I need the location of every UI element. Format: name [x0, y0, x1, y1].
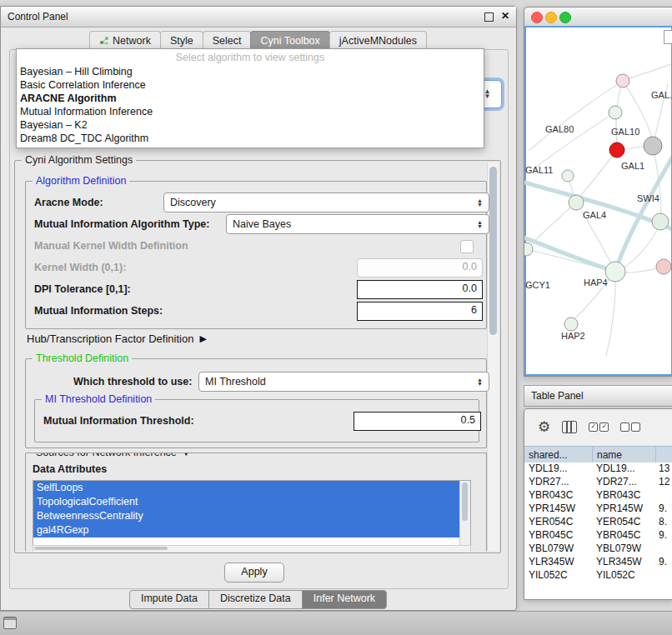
network-node[interactable]: [609, 142, 624, 158]
tab-style[interactable]: Style: [160, 31, 203, 50]
zoom-traffic-icon[interactable]: [559, 12, 571, 23]
network-window-titlebar[interactable]: [524, 8, 672, 27]
network-node[interactable]: [564, 318, 578, 331]
data-attributes-list[interactable]: SelfLoopsTopologicalCoefficientBetweenne…: [33, 480, 471, 547]
network-edge: [623, 64, 671, 81]
deselect-all-checks-icon[interactable]: [620, 422, 640, 432]
network-node[interactable]: [562, 170, 574, 182]
tab-cyni-toolbox[interactable]: Cyni Toolbox: [250, 31, 329, 50]
control-panel-window: Control Panel ✕ NetworkStyleSelectCyni T…: [0, 6, 517, 611]
minimized-panel-icon[interactable]: [3, 617, 17, 629]
table-row[interactable]: YBL079WYBL079W: [524, 542, 672, 556]
table-row[interactable]: YDL19...YDL19...13: [524, 462, 672, 476]
table-cell: 9.: [654, 502, 672, 516]
table-row[interactable]: YBR045CYBR045C9.: [524, 529, 672, 542]
table-cell: YPR145W: [592, 502, 654, 516]
list-item-betweennesscentrality[interactable]: BetweennessCentrality: [33, 509, 460, 523]
table-row[interactable]: YIL052CYIL052C: [524, 569, 672, 582]
bottom-tab-discretize-data[interactable]: Discretize Data: [208, 590, 303, 609]
table-header-row[interactable]: shared...name: [524, 446, 672, 464]
table-cell: [654, 542, 672, 556]
network-canvas[interactable]: GAL...GAL80GAL10GAL11GAL1SWI4GAL4GCY1HAP…: [524, 26, 672, 376]
table-row[interactable]: YLR345WYLR345W9.: [524, 556, 672, 569]
hub-definition-toggle[interactable]: Hub/Transcription Factor Definition ▶: [27, 332, 207, 345]
mi-threshold-group-title: MI Threshold Definition: [42, 393, 155, 405]
tab-network[interactable]: Network: [89, 31, 161, 50]
node-label-gal1: GAL1: [621, 161, 644, 171]
column-header-name[interactable]: name: [593, 447, 656, 463]
aracne-mode-value: Discovery: [170, 197, 216, 208]
dpi-tolerance-label: DPI Tolerance [0,1]:: [34, 283, 131, 295]
node-label-gal11: GAL11: [525, 165, 553, 175]
network-node[interactable]: [605, 262, 625, 282]
manual-kernel-row: Manual Kernel Width Definition: [26, 237, 486, 255]
kernel-width-row: Kernel Width (0,1): 0.0: [26, 258, 486, 277]
expand-right-icon: ▶: [199, 333, 206, 344]
table-row[interactable]: YDR27...YDR27...12: [524, 476, 672, 489]
tab-jactivemnodules[interactable]: jActiveMNodules: [329, 31, 427, 50]
network-node[interactable]: [569, 195, 584, 210]
list-scrollbar-thumb[interactable]: [462, 482, 468, 521]
algorithm-option-basic-correlation-inference[interactable]: Basic Correlation Inference: [17, 78, 484, 92]
tab-label: Network: [113, 35, 151, 47]
table-toolbar: ⚙ ✓ ✓: [524, 409, 672, 444]
list-scrollbar[interactable]: [459, 481, 470, 546]
network-node[interactable]: [644, 137, 662, 155]
table-cell: YLR345W: [592, 556, 654, 569]
list-item-topologicalcoefficient[interactable]: TopologicalCoefficient: [33, 495, 460, 509]
kernel-width-field[interactable]: 0.0: [357, 258, 483, 278]
list-item-gal4rgexp[interactable]: gal4RGexp: [33, 523, 460, 538]
combo-arrows-icon: ▲▼: [477, 378, 483, 386]
algorithm-option-bayesian-hill-climbing[interactable]: Bayesian – Hill Climbing: [17, 65, 484, 78]
mi-threshold-field[interactable]: 0.5: [354, 412, 481, 431]
table-cell: YBR045C: [524, 529, 592, 542]
algorithm-option-bayesian-k2[interactable]: Bayesian – K2: [17, 118, 484, 132]
float-window-icon[interactable]: [484, 12, 494, 22]
algorithm-option-aracne-algorithm[interactable]: ARACNE Algorithm: [17, 92, 484, 105]
columns-icon[interactable]: [562, 421, 577, 433]
list-hscrollbar[interactable]: [33, 545, 471, 552]
mi-type-select[interactable]: Naive Bayes ▲▼: [226, 214, 489, 234]
column-header-2[interactable]: [656, 447, 672, 463]
aracne-mode-select[interactable]: Discovery ▲▼: [163, 192, 489, 212]
table-panel-title: Table Panel: [524, 390, 584, 402]
node-label-gal4: GAL4: [583, 210, 606, 220]
control-panel-titlebar[interactable]: Control Panel ✕: [1, 7, 516, 28]
table-cell: 9.: [654, 529, 672, 542]
manual-kernel-checkbox[interactable]: [460, 240, 474, 253]
table-row[interactable]: YPR145WYPR145W9.: [524, 502, 672, 516]
close-icon[interactable]: ✕: [501, 10, 509, 22]
table-cell: YBR043C: [524, 489, 592, 502]
mi-steps-field[interactable]: 6: [357, 302, 483, 321]
which-threshold-select[interactable]: MI Threshold ▲▼: [198, 372, 489, 392]
tab-select[interactable]: Select: [203, 31, 252, 50]
list-hscrollbar-thumb[interactable]: [34, 547, 168, 550]
algorithm-option-dream8-dc-tdc-algorithm[interactable]: Dream8 DC_TDC Algorithm: [17, 132, 484, 145]
close-traffic-icon[interactable]: [531, 12, 543, 23]
network-node[interactable]: [609, 106, 622, 119]
table-panel-header[interactable]: Table Panel: [524, 385, 672, 407]
control-panel-title: Control Panel: [1, 11, 68, 22]
apply-button[interactable]: Apply: [224, 562, 284, 582]
sources-group-title-row[interactable]: Sources for Network Inference ▼: [33, 452, 194, 458]
node-label-gal80: GAL80: [545, 124, 574, 134]
network-node[interactable]: [616, 74, 629, 88]
threshold-definition-title: Threshold Definition: [33, 352, 132, 364]
gear-icon[interactable]: ⚙: [538, 418, 550, 436]
minimize-traffic-icon[interactable]: [545, 12, 557, 23]
table-row[interactable]: YBR043CYBR043C: [524, 489, 672, 502]
bottom-tab-impute-data[interactable]: Impute Data: [129, 590, 209, 609]
table-row[interactable]: YER054CYER054C8.: [524, 516, 672, 529]
network-node[interactable]: [656, 259, 671, 274]
settings-scrollbar-thumb[interactable]: [489, 167, 497, 335]
dpi-tolerance-field[interactable]: 0.0: [357, 280, 483, 299]
network-graph[interactable]: GAL...GAL80GAL10GAL11GAL1SWI4GAL4GCY1HAP…: [524, 26, 671, 376]
mi-type-label: Mutual Information Algorithm Type:: [34, 218, 209, 230]
list-item-selfloops[interactable]: SelfLoops: [33, 481, 460, 495]
network-node[interactable]: [652, 213, 669, 230]
select-all-checks-icon[interactable]: ✓ ✓: [589, 422, 609, 432]
bottom-tab-infer-network[interactable]: Infer Network: [302, 590, 387, 609]
column-header-shared-[interactable]: shared...: [524, 447, 593, 463]
algorithm-option-mutual-information-inference[interactable]: Mutual Information Inference: [17, 105, 484, 118]
bottom-tabs: Impute DataDiscretize DataInfer Network: [1, 590, 516, 609]
